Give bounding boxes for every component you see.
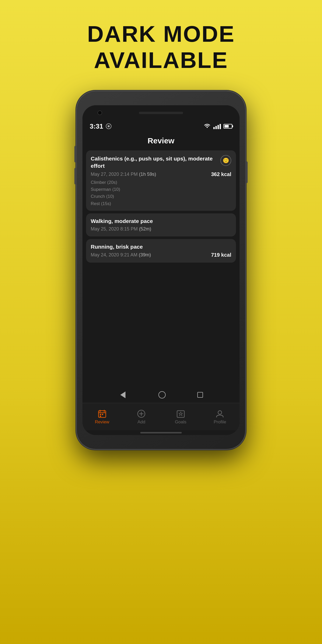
phone-frame: 3:31: [77, 91, 245, 449]
svg-rect-6: [100, 416, 101, 417]
add-icon: [137, 409, 146, 418]
workout-exercises-0: Climber (20s) Superman (10) Crunch (10) …: [91, 179, 231, 207]
headline-line1: DARK MODE: [87, 21, 235, 47]
back-button[interactable]: [119, 391, 127, 399]
workout-datetime-2: May 24, 2020 9:21 AM (39m): [91, 252, 151, 258]
profile-icon: [215, 409, 225, 418]
svg-point-12: [218, 411, 222, 414]
front-camera: [97, 110, 102, 115]
exercise-item: Climber (20s): [91, 179, 231, 186]
battery-icon: [223, 124, 232, 129]
nav-label-profile: Profile: [214, 419, 226, 425]
workout-datetime-0: May 27, 2020 2:14 PM (1h 59s): [91, 172, 156, 177]
volume-up-button[interactable]: [74, 146, 77, 163]
home-button[interactable]: [158, 391, 166, 398]
headline-line2: AVAILABLE: [87, 47, 235, 73]
phone-container: 3:31: [77, 91, 245, 459]
workout-name-2: Running, brisk pace: [91, 244, 231, 250]
nav-label-goals: Goals: [175, 419, 186, 425]
svg-rect-4: [100, 414, 101, 415]
nav-tab-profile[interactable]: Profile: [200, 409, 240, 425]
svg-marker-11: [179, 412, 183, 416]
signal-icon: [213, 123, 221, 129]
nav-tab-review[interactable]: Review: [82, 409, 122, 425]
workout-emoji-0: 🙂: [220, 155, 231, 166]
status-circle-icon: [106, 123, 111, 129]
page-header: DARK MODE AVAILABLE: [87, 21, 235, 73]
recents-button[interactable]: [197, 392, 203, 398]
exercise-item: Rest (15s): [91, 200, 231, 207]
phone-notch: [82, 105, 240, 120]
android-nav-bar: [82, 387, 240, 403]
workout-kcal-2: 719 kcal: [211, 252, 231, 258]
workout-datetime-1: May 25, 2020 8:15 PM (52m): [91, 226, 151, 232]
nav-tab-add[interactable]: Add: [122, 409, 161, 425]
bottom-nav: Review Add: [82, 403, 240, 430]
exercise-item: Crunch (10): [91, 193, 231, 200]
status-time: 3:31: [90, 122, 103, 130]
workout-card-2[interactable]: Running, brisk pace May 24, 2020 9:21 AM…: [86, 239, 236, 263]
workout-kcal-0: 362 kcal: [211, 171, 231, 177]
exercise-item: Superman (10): [91, 186, 231, 193]
page-background: DARK MODE AVAILABLE 3:31: [0, 0, 322, 644]
nav-label-review: Review: [95, 419, 109, 425]
goals-icon: [176, 409, 185, 418]
power-button[interactable]: [245, 161, 248, 183]
volume-down-button[interactable]: [74, 168, 77, 185]
screen-title: Review: [148, 136, 174, 145]
wifi-icon: [204, 123, 211, 129]
app-toolbar: Review: [82, 132, 240, 149]
workout-list: Calisthenics (e.g., push ups, sit ups), …: [82, 149, 240, 264]
status-bar: 3:31: [82, 120, 240, 132]
nav-label-add: Add: [137, 419, 145, 425]
workout-card-0[interactable]: Calisthenics (e.g., push ups, sit ups), …: [86, 150, 236, 211]
nav-tab-goals[interactable]: Goals: [161, 409, 200, 425]
workout-name-1: Walking, moderate pace: [91, 218, 231, 224]
review-icon: [97, 409, 107, 418]
workout-card-1[interactable]: Walking, moderate pace May 25, 2020 8:15…: [86, 213, 236, 236]
workout-name-0: Calisthenics (e.g., push ups, sit ups), …: [91, 155, 220, 169]
speaker: [139, 112, 183, 114]
status-left: 3:31: [90, 122, 111, 130]
bottom-bar-indicator: [82, 430, 240, 435]
content-spacer: [82, 264, 240, 387]
headline: DARK MODE AVAILABLE: [87, 21, 235, 73]
phone-screen: 3:31: [82, 105, 240, 435]
status-right: [204, 123, 232, 129]
svg-rect-5: [102, 414, 103, 415]
